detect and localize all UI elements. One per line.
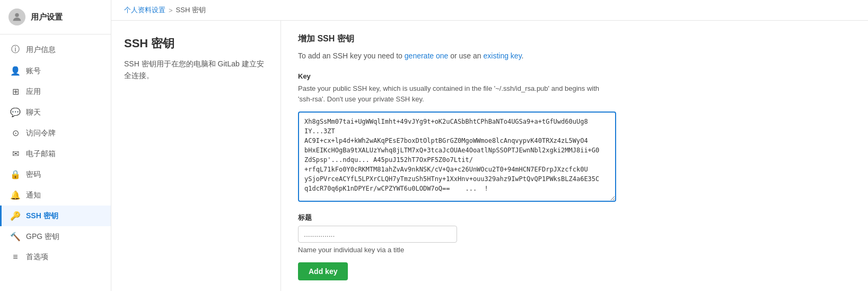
nav-icon-apps: ⊞: [10, 87, 21, 97]
nav-icon-gpg-keys: 🔨: [10, 232, 21, 242]
existing-key-link[interactable]: existing key: [484, 52, 522, 60]
description-prefix: To add an SSH key you need to: [298, 52, 405, 60]
nav-icon-email: ✉: [10, 149, 21, 159]
title-hint: Name your individual key via a title: [298, 246, 851, 254]
sidebar-item-account[interactable]: 👤账号: [0, 61, 111, 81]
sidebar-item-ssh-keys[interactable]: 🔑SSH 密钥: [0, 206, 111, 226]
left-panel: SSH 密钥 SSH 密钥用于在您的电脑和 GitLab 建立安全连接。: [111, 21, 281, 291]
svg-point-0: [15, 13, 19, 17]
sidebar-title: 用户设置: [31, 12, 63, 22]
breadcrumb: 个人资料设置 > SSH 密钥: [111, 0, 868, 21]
add-key-button[interactable]: Add key: [298, 262, 348, 280]
breadcrumb-parent[interactable]: 个人资料设置: [124, 5, 165, 15]
key-textarea[interactable]: [298, 112, 616, 202]
nav-icon-user-info: ⓘ: [10, 44, 21, 55]
nav-label-email: 电子邮箱: [26, 149, 56, 159]
title-input[interactable]: [298, 226, 457, 243]
content-body: SSH 密钥 SSH 密钥用于在您的电脑和 GitLab 建立安全连接。 增加 …: [111, 21, 868, 291]
nav-icon-account: 👤: [10, 66, 21, 76]
breadcrumb-current: SSH 密钥: [176, 5, 206, 15]
nav-label-access-tokens: 访问令牌: [26, 129, 56, 138]
key-label: Key: [298, 72, 851, 80]
nav-icon-chat: 💬: [10, 107, 21, 117]
title-section: 标题 Name your individual key via a title: [298, 213, 851, 254]
nav-icon-ssh-keys: 🔑: [10, 211, 21, 221]
main-content: 个人资料设置 > SSH 密钥 SSH 密钥 SSH 密钥用于在您的电脑和 Gi…: [111, 0, 868, 291]
sidebar-item-user-info[interactable]: ⓘ用户信息: [0, 39, 111, 61]
add-section-title: 增加 SSH 密钥: [298, 33, 851, 45]
sidebar: 用户设置 ⓘ用户信息👤账号⊞应用💬聊天⊙访问令牌✉电子邮箱🔒密码🔔通知🔑SSH …: [0, 0, 111, 291]
nav-icon-notifications: 🔔: [10, 190, 21, 200]
right-panel: 增加 SSH 密钥 To add an SSH key you need to …: [281, 21, 868, 291]
breadcrumb-separator: >: [169, 6, 173, 14]
description-middle: or use an: [450, 52, 483, 60]
sidebar-item-password[interactable]: 🔒密码: [0, 164, 111, 185]
description-suffix: .: [522, 52, 524, 60]
add-key-description: To add an SSH key you need to generate o…: [298, 50, 851, 62]
sidebar-nav: ⓘ用户信息👤账号⊞应用💬聊天⊙访问令牌✉电子邮箱🔒密码🔔通知🔑SSH 密钥🔨GP…: [0, 35, 111, 291]
nav-icon-access-tokens: ⊙: [10, 128, 21, 138]
generate-link[interactable]: generate one: [405, 52, 449, 60]
nav-label-apps: 应用: [26, 87, 41, 97]
title-label: 标题: [298, 213, 851, 222]
sidebar-item-apps[interactable]: ⊞应用: [0, 81, 111, 102]
nav-label-chat: 聊天: [26, 108, 41, 117]
sidebar-item-notifications[interactable]: 🔔通知: [0, 185, 111, 206]
nav-label-notifications: 通知: [26, 191, 41, 200]
page-description: SSH 密钥用于在您的电脑和 GitLab 建立安全连接。: [124, 58, 268, 82]
nav-label-gpg-keys: GPG 密钥: [26, 232, 59, 242]
sidebar-item-access-tokens[interactable]: ⊙访问令牌: [0, 123, 111, 143]
sidebar-item-gpg-keys[interactable]: 🔨GPG 密钥: [0, 226, 111, 247]
page-title: SSH 密钥: [124, 36, 268, 52]
nav-label-account: 账号: [26, 66, 41, 76]
nav-label-password: 密码: [26, 170, 41, 179]
sidebar-header: 用户设置: [0, 0, 111, 35]
user-avatar-icon: [8, 8, 25, 25]
nav-label-preferences: 首选项: [26, 252, 48, 262]
nav-icon-preferences: ≡: [10, 252, 21, 262]
nav-label-user-info: 用户信息: [26, 45, 56, 55]
sidebar-item-preferences[interactable]: ≡首选项: [0, 247, 111, 267]
nav-label-ssh-keys: SSH 密钥: [26, 211, 58, 221]
sidebar-item-chat[interactable]: 💬聊天: [0, 102, 111, 123]
sidebar-item-email[interactable]: ✉电子邮箱: [0, 143, 111, 164]
nav-icon-password: 🔒: [10, 169, 21, 179]
key-hint: Paste your public SSH key, which is usua…: [298, 83, 851, 104]
